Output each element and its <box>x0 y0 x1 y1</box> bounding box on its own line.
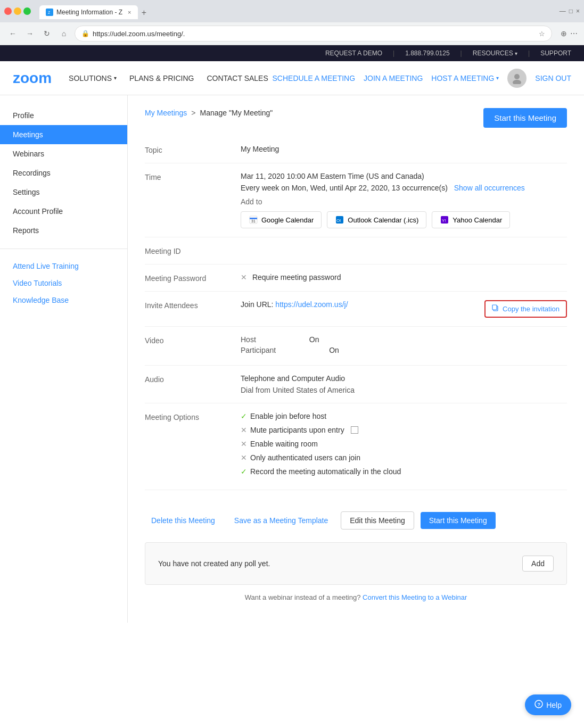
topic-label: Topic <box>145 145 241 154</box>
participant-row: Participant On <box>241 346 567 354</box>
edit-meeting-btn[interactable]: Edit this Meeting <box>341 511 414 530</box>
sidebar-divider <box>0 249 127 249</box>
sidebar-item-webinars[interactable]: Webinars <box>0 144 127 163</box>
yahoo-calendar-btn[interactable]: Y! Yahoo Calendar <box>432 211 510 228</box>
add-to-row: Add to <box>241 197 567 206</box>
home-btn[interactable]: ⌂ <box>57 27 70 40</box>
breadcrumb-my-meetings[interactable]: My Meetings <box>145 109 187 117</box>
copy-invitation-btn[interactable]: Copy the invitation <box>484 300 567 318</box>
calendar-buttons: 31 Google Calendar Ol <box>241 211 567 228</box>
delete-meeting-btn[interactable]: Delete this Meeting <box>145 512 221 529</box>
bookmark-icon[interactable]: ☆ <box>539 30 545 38</box>
support-link[interactable]: SUPPORT <box>540 49 571 57</box>
browser-controls <box>4 7 31 15</box>
sidebar-item-account-profile[interactable]: Account Profile <box>0 202 127 221</box>
sidebar-item-meetings[interactable]: Meetings <box>0 125 127 144</box>
copy-invitation-wrapper: Copy the invitation <box>474 300 567 318</box>
sidebar-item-profile[interactable]: Profile <box>0 106 127 125</box>
extensions-icon[interactable]: ⊕ <box>561 29 567 38</box>
check-icon-1: ✓ <box>241 412 247 420</box>
start-meeting-btn-bottom[interactable]: Start this Meeting <box>421 512 496 529</box>
start-meeting-btn-top[interactable]: Start this Meeting <box>483 108 567 128</box>
address-bar[interactable]: 🔒 https://udel.zoom.us/meeting/. ☆ <box>75 26 552 42</box>
join-url-link[interactable]: https://udel.zoom.us/j/ <box>275 300 348 309</box>
browser-tab-active[interactable]: Z Meeting Information - Z × <box>39 5 138 19</box>
browser-maximize-btn[interactable] <box>23 7 31 15</box>
menu-icon[interactable]: ⋯ <box>570 29 578 38</box>
contact-sales-link[interactable]: CONTACT SALES <box>207 74 268 82</box>
sidebar: Profile Meetings Webinars Recordings Set… <box>0 95 128 623</box>
invite-label: Invite Attendees <box>145 300 241 310</box>
tab-title: Meeting Information - Z <box>56 9 122 16</box>
svg-point-2 <box>514 74 520 79</box>
audio-row: Audio Telephone and Computer Audio Dial … <box>145 366 567 403</box>
show-all-occurrences-link[interactable]: Show all occurrences <box>454 184 525 192</box>
browser-close-btn[interactable] <box>4 7 12 15</box>
main-nav-links: SOLUTIONS ▾ PLANS & PRICING CONTACT SALE… <box>69 74 272 82</box>
sidebar-link-tutorials[interactable]: Video Tutorials <box>0 275 127 292</box>
main-nav-actions: SCHEDULE A MEETING JOIN A MEETING HOST A… <box>272 69 571 88</box>
browser-chrome: Z Meeting Information - Z × + — □ × ← → … <box>0 0 584 45</box>
check-icon-2: ✓ <box>241 467 247 476</box>
option-mute-participants: ✕ Mute participants upon entry <box>241 426 567 434</box>
phone-link[interactable]: 1.888.799.0125 <box>405 49 449 57</box>
join-url-label: Join URL: <box>241 300 273 309</box>
sidebar-item-settings[interactable]: Settings <box>0 183 127 202</box>
sidebar-item-recordings[interactable]: Recordings <box>0 163 127 183</box>
poll-text: You have not created any poll yet. <box>158 559 270 568</box>
sidebar-item-reports[interactable]: Reports <box>0 221 127 240</box>
resources-chevron-icon: ▾ <box>515 51 517 56</box>
outlook-calendar-btn[interactable]: Ol Outlook Calendar (.ics) <box>327 211 426 228</box>
solutions-link[interactable]: SOLUTIONS ▾ <box>69 74 117 82</box>
resources-link[interactable]: RESOURCES ▾ <box>473 49 517 57</box>
save-template-btn[interactable]: Save as a Meeting Template <box>228 512 334 529</box>
toolbar-icons: ⊕ ⋯ <box>561 29 578 38</box>
footer-text: Want a webinar instead of a meeting? Con… <box>145 585 567 610</box>
browser-addressbar: ← → ↻ ⌂ 🔒 https://udel.zoom.us/meeting/.… <box>0 22 584 45</box>
request-demo-link[interactable]: REQUEST A DEMO <box>325 49 382 57</box>
option-authenticated-users: ✕ Only authenticated users can join <box>241 453 567 462</box>
audio-label: Audio <box>145 374 241 384</box>
google-calendar-btn[interactable]: 31 Google Calendar <box>241 211 322 228</box>
add-poll-btn[interactable]: Add <box>522 556 554 572</box>
address-icons: ☆ <box>539 30 545 38</box>
browser-minimize-btn[interactable] <box>14 7 21 15</box>
user-avatar[interactable] <box>507 69 527 88</box>
time-text: Mar 11, 2020 10:00 AM Eastern Time (US a… <box>241 172 567 180</box>
recurrence-row: Every week on Mon, Wed, until Apr 22, 20… <box>241 184 567 192</box>
sidebar-link-training[interactable]: Attend Live Training <box>0 258 127 275</box>
option-join-before-host: ✓ Enable join before host <box>241 412 567 420</box>
host-link[interactable]: HOST A MEETING ▾ <box>431 74 499 82</box>
favicon: Z <box>46 9 53 16</box>
forward-btn[interactable]: → <box>23 27 36 40</box>
browser-titlebar: Z Meeting Information - Z × + — □ × <box>0 0 584 22</box>
join-link[interactable]: JOIN A MEETING <box>364 74 423 82</box>
host-chevron-icon: ▾ <box>496 75 499 81</box>
x-icon-2: ✕ <box>241 440 247 448</box>
tab-close-btn[interactable]: × <box>128 9 131 15</box>
meeting-options-label: Meeting Options <box>145 412 241 421</box>
main-nav: zoom SOLUTIONS ▾ PLANS & PRICING CONTACT… <box>0 61 584 95</box>
invite-row: Invite Attendees Join URL: https://udel.… <box>145 292 567 327</box>
topic-row: Topic My Meeting <box>145 136 567 163</box>
sidebar-link-knowledge[interactable]: Knowledge Base <box>0 292 127 309</box>
sign-out-link[interactable]: SIGN OUT <box>535 74 571 82</box>
new-tab-btn[interactable]: + <box>138 6 151 19</box>
info-checkbox <box>351 426 358 434</box>
google-calendar-icon: 31 <box>249 215 258 225</box>
plans-link[interactable]: PLANS & PRICING <box>129 74 194 82</box>
poll-section: You have not created any poll yet. Add <box>145 542 567 585</box>
refresh-btn[interactable]: ↻ <box>40 27 53 40</box>
meeting-id-row: Meeting ID <box>145 237 567 264</box>
x-icon-3: ✕ <box>241 453 247 462</box>
topic-value: My Meeting <box>241 145 567 153</box>
back-btn[interactable]: ← <box>6 27 19 40</box>
password-x-icon: ✕ <box>241 273 247 282</box>
password-label: Meeting Password <box>145 273 241 283</box>
convert-webinar-link[interactable]: Convert this Meeting to a Webinar <box>363 593 467 601</box>
schedule-link[interactable]: SCHEDULE A MEETING <box>272 74 355 82</box>
zoom-logo[interactable]: zoom <box>13 70 52 87</box>
option-record-cloud: ✓ Record the meeting automatically in th… <box>241 467 567 476</box>
header-row: My Meetings > Manage "My Meeting" Start … <box>145 108 567 128</box>
yahoo-calendar-icon: Y! <box>440 215 449 225</box>
